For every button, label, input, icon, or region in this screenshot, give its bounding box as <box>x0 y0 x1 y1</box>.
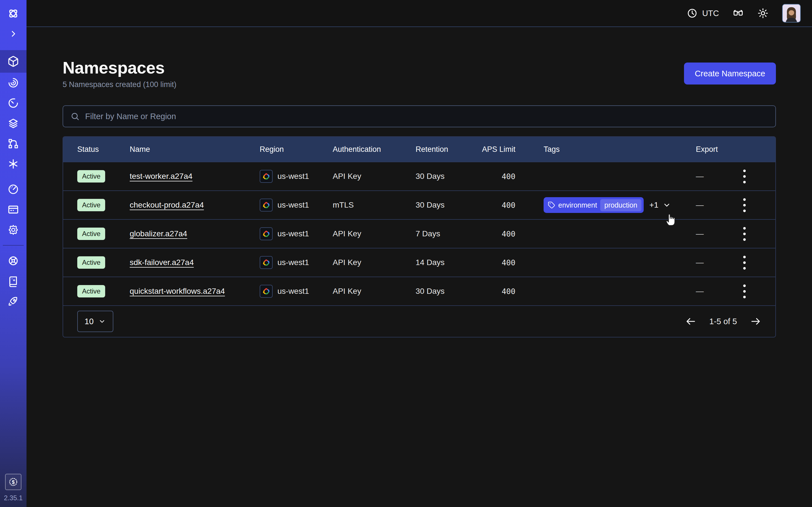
labs-glasses-button[interactable] <box>732 8 744 19</box>
gcp-region-icon <box>260 199 273 212</box>
sidebar-item-namespaces[interactable] <box>0 50 27 73</box>
timezone-label: UTC <box>702 9 719 18</box>
expand-chevron-icon[interactable] <box>0 27 27 41</box>
topbar: UTC <box>27 0 812 27</box>
page-subtitle: 5 Namespaces created (100 limit) <box>63 80 176 89</box>
tag-pill[interactable]: environment production <box>544 197 644 213</box>
billing-badge-button[interactable]: $ <box>5 474 21 490</box>
col-aps-limit: APS Limit <box>480 145 515 154</box>
asterisk-icon <box>7 158 19 170</box>
status-badge: Active <box>77 256 105 269</box>
sidebar-item-docs[interactable] <box>0 271 27 291</box>
aps-value: 400 <box>480 258 515 267</box>
status-badge: Active <box>77 199 105 211</box>
namespace-link[interactable]: checkout-prod.a27a4 <box>130 201 204 210</box>
billing-card-icon <box>7 204 19 216</box>
next-page-button[interactable] <box>750 316 761 327</box>
arrow-right-icon <box>750 316 761 327</box>
namespace-link[interactable]: sdk-failover.a27a4 <box>130 258 194 267</box>
gcp-region-icon <box>260 285 273 298</box>
region-label: us-west1 <box>277 258 309 267</box>
sidebar-item-asterisk[interactable] <box>0 154 27 174</box>
tag-value: production <box>600 199 642 211</box>
aps-value: 400 <box>480 230 515 238</box>
status-badge: Active <box>77 170 105 182</box>
export-value: — <box>696 287 727 296</box>
chevron-down-icon <box>662 201 671 210</box>
col-export: Export <box>696 145 727 154</box>
timezone-selector[interactable]: UTC <box>687 8 719 18</box>
page-title: Namespaces <box>63 58 176 77</box>
page-size-select[interactable]: 10 <box>77 311 113 332</box>
create-namespace-button[interactable]: Create Namespace <box>684 62 776 84</box>
col-tags: Tags <box>544 145 696 154</box>
user-avatar[interactable] <box>782 4 801 22</box>
table-row: Active test-worker.a27a4 us-west1 API Ke… <box>63 162 775 190</box>
docs-book-icon <box>7 275 19 287</box>
table-footer: 10 1-5 of 5 <box>63 305 775 337</box>
main-content: Namespaces 5 Namespaces created (100 lim… <box>27 27 812 507</box>
region-label: us-west1 <box>277 287 309 296</box>
temporal-logo-icon[interactable] <box>0 0 27 27</box>
glasses-icon <box>732 8 744 19</box>
retention-value: 30 Days <box>416 287 480 296</box>
export-value: — <box>696 258 727 267</box>
table-row: Active checkout-prod.a27a4 us-west1 mTLS… <box>63 190 775 219</box>
status-badge: Active <box>77 285 105 297</box>
branch-icon <box>7 138 19 150</box>
sun-icon <box>757 8 769 19</box>
namespace-link[interactable]: globalizer.a27a4 <box>130 229 187 238</box>
sidebar-item-support[interactable] <box>0 251 27 271</box>
chevron-down-icon <box>98 318 106 325</box>
table-row: Active globalizer.a27a4 us-west1 API Key… <box>63 219 775 248</box>
usage-gauge-icon <box>7 183 19 195</box>
sidebar-item-settings[interactable] <box>0 220 27 240</box>
row-menu-button[interactable] <box>741 224 749 244</box>
auth-value: API Key <box>333 287 416 296</box>
sidebar-item-branch[interactable] <box>0 133 27 154</box>
version-label: 2.35.1 <box>4 494 23 502</box>
filter-input[interactable] <box>85 112 768 121</box>
namespace-link[interactable]: quickstart-workflows.a27a4 <box>130 287 225 296</box>
sidebar-item-billing[interactable] <box>0 200 27 220</box>
sidebar-item-spiral[interactable] <box>0 73 27 93</box>
sidebar-item-getting-started[interactable] <box>0 291 27 312</box>
retention-value: 7 Days <box>416 229 480 238</box>
sidebar-item-usage[interactable] <box>0 179 27 200</box>
tag-icon <box>548 202 555 209</box>
svg-text:$: $ <box>12 480 15 485</box>
status-badge: Active <box>77 228 105 240</box>
table-row: Active sdk-failover.a27a4 us-west1 API K… <box>63 248 775 277</box>
sidebar-item-layers[interactable] <box>0 113 27 133</box>
clock-icon <box>687 8 698 18</box>
col-retention: Retention <box>416 145 480 154</box>
layers-icon <box>7 117 19 129</box>
region-label: us-west1 <box>277 201 309 210</box>
col-status: Status <box>77 145 130 154</box>
table-header: Status Name Region Authentication Retent… <box>63 137 775 162</box>
support-wheel-icon <box>7 255 19 267</box>
tags-more-count: +1 <box>649 201 658 210</box>
namespace-link[interactable]: test-worker.a27a4 <box>130 172 193 181</box>
row-menu-button[interactable] <box>741 253 749 272</box>
page-size-value: 10 <box>85 317 94 326</box>
pagination-range: 1-5 of 5 <box>709 317 737 326</box>
filter-box <box>63 105 776 127</box>
prev-page-button[interactable] <box>685 316 696 327</box>
namespaces-table: Status Name Region Authentication Retent… <box>63 136 776 337</box>
col-authentication: Authentication <box>333 145 416 154</box>
timer-icon <box>7 97 19 109</box>
search-icon <box>70 112 80 121</box>
gcp-region-icon <box>260 256 273 269</box>
arrow-left-icon <box>685 316 696 327</box>
tags-expand-chevron[interactable] <box>662 201 671 210</box>
retention-value: 30 Days <box>416 201 480 210</box>
sidebar-item-timer[interactable] <box>0 93 27 113</box>
theme-toggle-button[interactable] <box>757 8 769 19</box>
col-name: Name <box>130 145 260 154</box>
row-menu-button[interactable] <box>741 282 749 301</box>
row-menu-button[interactable] <box>741 167 749 186</box>
row-menu-button[interactable] <box>741 195 749 215</box>
aps-value: 400 <box>480 172 515 181</box>
auth-value: API Key <box>333 229 416 238</box>
